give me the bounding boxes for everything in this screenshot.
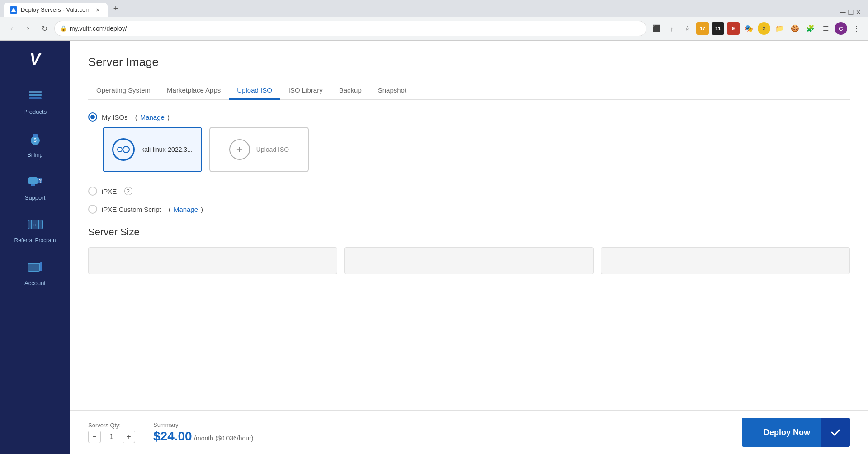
reload-btn[interactable]: ↻ <box>38 22 51 35</box>
main-content: Server Image Operating System Marketplac… <box>70 41 868 454</box>
svg-rect-8 <box>31 184 35 186</box>
bookmark-btn[interactable]: ☆ <box>681 22 693 35</box>
qty-decrement-btn[interactable]: − <box>88 431 101 443</box>
sidebar-item-account-label: Account <box>24 280 46 286</box>
summary-hourly: ($0.036/hour) <box>215 435 253 442</box>
browser-tab[interactable]: Deploy Servers - Vultr.com × <box>4 3 108 17</box>
layers-icon <box>26 87 44 105</box>
tab-favicon <box>10 6 17 14</box>
svg-rect-5 <box>33 134 38 137</box>
size-card-2[interactable] <box>344 247 594 274</box>
maximize-btn[interactable]: □ <box>849 8 854 17</box>
svg-text:?: ? <box>39 178 42 183</box>
summary-price: $24.00 <box>153 429 192 443</box>
ipxe-option[interactable]: iPXE ? <box>88 187 850 196</box>
my-isos-option[interactable]: My ISOs ( Manage ) <box>88 112 850 122</box>
size-card-1[interactable] <box>88 247 337 274</box>
tab-backup[interactable]: Backup <box>331 82 370 100</box>
new-tab-btn[interactable]: + <box>109 3 122 15</box>
sidebar-item-support[interactable]: ? Support <box>0 165 70 208</box>
footer-bar: Servers Qty: − 1 + Summary: $24.00 /mont… <box>70 410 868 454</box>
ext1[interactable]: 17 <box>696 22 709 35</box>
tab-operating-system[interactable]: Operating System <box>88 82 159 100</box>
svg-rect-2 <box>29 97 42 99</box>
svg-text:$: $ <box>34 138 37 143</box>
size-cards <box>88 247 850 274</box>
tab-marketplace-apps[interactable]: Marketplace Apps <box>159 82 229 100</box>
close-window-btn[interactable]: × <box>856 8 861 17</box>
summary-label: Summary: <box>153 421 253 428</box>
browser-chrome: Deploy Servers - Vultr.com × + ─ □ × ‹ ›… <box>0 0 868 41</box>
tab-upload-iso[interactable]: Upload ISO <box>229 82 280 100</box>
sidebar-item-account[interactable]: Account <box>0 251 70 294</box>
sidebar-toggle[interactable]: ☰ <box>819 22 832 35</box>
support-icon: ? <box>26 173 44 191</box>
ipxe-custom-radio[interactable] <box>88 205 97 214</box>
qty-increment-btn[interactable]: + <box>123 431 135 443</box>
server-size-title: Server Size <box>88 226 850 238</box>
svg-rect-1 <box>29 94 42 96</box>
size-card-3[interactable] <box>601 247 850 274</box>
manage-isos-link[interactable]: Manage <box>140 113 165 121</box>
ipxe-radio[interactable] <box>88 187 97 196</box>
svg-rect-3 <box>29 91 42 93</box>
address-text: my.vultr.com/deploy/ <box>70 25 641 32</box>
cast-btn[interactable]: ⬛ <box>650 22 663 35</box>
tab-snapshot[interactable]: Snapshot <box>370 82 415 100</box>
qty-controls: − 1 + <box>88 431 135 443</box>
page-title: Server Image <box>88 55 850 69</box>
sidebar-item-products-label: Products <box>24 108 47 115</box>
kali-linux-iso-card[interactable]: kali-linux-2022.3... <box>103 127 202 172</box>
browser-toolbar: ‹ › ↻ 🔒 my.vultr.com/deploy/ ⬛ ↑ ☆ 17 11… <box>0 17 868 40</box>
ext7[interactable]: 🍪 <box>788 22 801 35</box>
add-icon: + <box>229 139 250 160</box>
back-btn[interactable]: ‹ <box>5 22 18 35</box>
ext-puzzle[interactable]: 🧩 <box>804 22 816 35</box>
ipxe-label: iPXE ? <box>102 187 132 195</box>
browser-actions: ⬛ ↑ ☆ 17 11 9 🎭 2 📁 🍪 🧩 ☰ C ⋮ <box>650 22 863 35</box>
content-area: Server Image Operating System Marketplac… <box>70 41 868 410</box>
tab-iso-library[interactable]: ISO Library <box>280 82 331 100</box>
address-bar[interactable]: 🔒 my.vultr.com/deploy/ <box>54 21 646 36</box>
svg-rect-18 <box>40 262 42 271</box>
sidebar-item-support-label: Support <box>25 194 46 201</box>
summary-price-row: $24.00 /month ($0.036/hour) <box>153 429 253 444</box>
share-btn[interactable]: ↑ <box>665 22 678 35</box>
qty-value: 1 <box>106 433 117 441</box>
svg-rect-7 <box>28 177 38 184</box>
forward-btn[interactable]: › <box>22 22 34 35</box>
lock-icon: 🔒 <box>60 25 67 32</box>
minimize-btn[interactable]: ─ <box>840 8 846 17</box>
sidebar-item-billing[interactable]: $ Billing <box>0 122 70 165</box>
tab-close-btn[interactable]: × <box>94 6 101 14</box>
upload-iso-card-label: Upload ISO <box>256 146 289 153</box>
deploy-now-btn[interactable]: Deploy Now <box>742 418 850 447</box>
my-isos-radio[interactable] <box>88 112 97 122</box>
svg-text:×: × <box>33 223 36 227</box>
qty-section: Servers Qty: − 1 + <box>88 422 135 443</box>
ipxe-custom-option[interactable]: iPXE Custom Script ( Manage ) <box>88 205 850 214</box>
deploy-check-icon <box>821 418 850 447</box>
ext4[interactable]: 🎭 <box>742 22 755 35</box>
qty-label: Servers Qty: <box>88 422 135 429</box>
ipxe-help-icon[interactable]: ? <box>124 187 132 195</box>
ext6[interactable]: 📁 <box>773 22 786 35</box>
ipxe-manage-link[interactable]: Manage <box>174 206 198 213</box>
my-isos-label: My ISOs ( Manage ) <box>102 113 170 121</box>
upload-iso-card[interactable]: + Upload ISO <box>209 127 309 172</box>
ext3[interactable]: 9 <box>727 22 740 35</box>
ext2[interactable]: 11 <box>712 22 724 35</box>
sidebar-item-referral-label: Referral Program <box>14 237 56 243</box>
sidebar-item-billing-label: Billing <box>27 151 43 158</box>
summary-section: Summary: $24.00 /month ($0.036/hour) <box>153 421 253 444</box>
vultr-v-icon: V <box>29 50 40 69</box>
ext5[interactable]: 2 <box>758 22 770 35</box>
user-avatar-btn[interactable]: C <box>835 22 847 35</box>
iso-name-label: kali-linux-2022.3... <box>141 146 193 153</box>
menu-btn[interactable]: ⋮ <box>850 22 863 35</box>
disc-icon <box>112 138 135 161</box>
sidebar-item-products[interactable]: Products <box>0 80 70 122</box>
ipxe-custom-label: iPXE Custom Script ( Manage ) <box>102 206 203 213</box>
sidebar-item-referral[interactable]: × Referral Program <box>0 208 70 251</box>
svg-marker-0 <box>11 8 16 12</box>
